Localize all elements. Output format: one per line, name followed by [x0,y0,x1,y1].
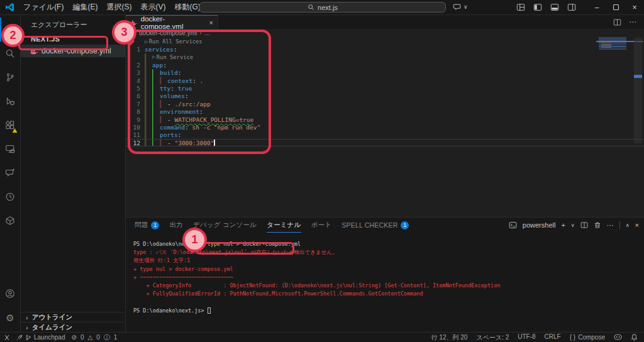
new-terminal-icon[interactable]: + [561,221,565,229]
indent-guide [152,123,160,131]
language-mode-item[interactable]: { } Compose [570,334,605,341]
chat-icon [453,3,462,11]
terminal-line: 発生場所 行:1 文字:1 [133,256,641,265]
file-item-docker-compose[interactable]: docker-compose.yml [21,45,125,57]
menu-item[interactable]: 選択(S) [102,1,136,14]
indent-guide [145,53,152,61]
indent-guide [145,84,152,92]
codelens-label[interactable]: Run All Services [149,38,203,45]
menu-item[interactable]: 編集(E) [68,1,102,14]
menu-item[interactable]: ファイル(F) [19,1,68,14]
terminal-cursor [208,307,211,314]
panel-tab-出力[interactable]: 出力 [169,218,182,233]
tab-close-icon[interactable]: × [209,19,213,26]
activitybar-source-control-icon[interactable] [0,65,21,89]
chevron-right-icon: › [26,314,28,321]
status-item[interactable]: UTF-8 [518,333,535,342]
chevron-right-icon: › [26,324,28,331]
code-line[interactable]: 12- "3000:3000" [126,139,644,146]
explorer-sidebar: エクスプローラー NEXT.JS docker-compose.yml ›アウト… [21,15,126,332]
menu-item[interactable]: 表示(V) [136,1,170,14]
code-line[interactable]: 6volumes: [126,92,644,100]
copilot-chat-button[interactable]: ∨ [453,3,468,11]
code-line[interactable]: 3build: [126,69,644,77]
token: : [174,46,177,53]
sidebar-section-アウトライン[interactable]: ›アウトライン [21,312,125,322]
indent-guide [152,140,160,146]
problems-status-item[interactable]: ⊘0 △0 ⓘ1 [72,333,119,342]
codelens-label[interactable]: Run Service [157,54,193,60]
line-content: command: sh -c "npm run dev" [145,123,260,131]
toggle-secondary-sidebar-icon[interactable] [567,3,576,12]
run-icon[interactable]: ▷ [145,39,148,45]
notifications-bell-icon[interactable] [631,334,638,341]
copilot-status-icon[interactable] [614,334,622,341]
maximize-panel-icon[interactable]: ∧ [626,223,630,228]
code-editor[interactable]: ▷Run All Services1services:▷Run Service2… [126,36,644,217]
activitybar-history-icon[interactable] [0,185,21,209]
activitybar-chat-icon[interactable] [0,161,21,185]
kill-terminal-trash-icon[interactable] [594,221,601,229]
code-line[interactable]: 4context: . [126,77,644,84]
indent-guide [152,100,160,108]
token: environment [160,108,199,115]
editor-more-actions-icon[interactable]: ⋯ [629,18,636,26]
activitybar-containers-icon[interactable] [0,209,21,233]
close-window-button[interactable]: × [625,0,644,14]
close-panel-icon[interactable]: × [635,221,639,229]
code-line[interactable]: 11ports: [126,131,644,139]
status-item[interactable]: CRLF [545,333,561,342]
line-content: tty: true [145,84,192,92]
remote-indicator[interactable] [4,334,10,341]
terminal-output[interactable]: PS D:\odaneko\next.js> type nul > docker… [133,240,641,315]
maximize-button[interactable] [606,0,625,14]
panel-tab-問題[interactable]: 問題1 [135,218,159,233]
token: sh -c "npm run dev" [192,124,261,131]
code-line[interactable]: 8environment: [126,108,644,116]
activitybar-run-debug-icon[interactable] [0,89,21,113]
panel-more-actions-icon[interactable]: ⋯ [607,221,614,229]
customize-layout-icon[interactable] [516,3,525,12]
code-line[interactable]: 2app: [126,61,644,69]
token: true [178,85,192,92]
tab-docker-compose[interactable]: docker-compose.yml × [126,15,218,29]
panel-tab-SPELL CHECKER[interactable]: SPELL CHECKER1 [341,218,409,233]
panel-tab-ターミナル[interactable]: ターミナル [267,218,301,233]
breadcrumb-symbol[interactable]: … [204,30,211,36]
menu-bar: ファイル(F)編集(E)選択(S)表示(V)移動(G)⋯ [19,1,221,14]
editor-scrollbar[interactable] [634,38,642,143]
status-item[interactable]: 行 12、列 20 [431,333,468,342]
minimize-button[interactable]: – [587,0,606,14]
activity-bar: ⚙ [0,15,21,332]
toggle-panel-icon[interactable] [550,3,559,12]
code-line[interactable]: 7- ./src:/app [126,100,644,108]
settings-gear-icon[interactable]: ⚙ [0,306,21,329]
status-item[interactable]: スペース: 2 [476,333,509,342]
code-line[interactable]: 1services: [126,45,644,53]
code-line[interactable]: 5tty: true [126,84,644,92]
panel-tab-ポート[interactable]: ポート [311,218,332,233]
split-terminal-icon[interactable] [580,221,588,229]
code-line[interactable]: 10command: sh -c "npm run dev" [126,123,644,131]
line-content: - WATCHPACK_POLLING=true [145,116,253,123]
activitybar-extensions-icon[interactable] [0,113,21,137]
account-icon[interactable] [0,282,21,306]
indent-guide [145,140,152,146]
search-value: next.js [318,4,338,11]
token: : [178,69,182,76]
line-number: 10 [126,124,145,131]
search-input[interactable]: next.js [199,2,446,13]
launchpad-status-item[interactable]: Launchpad [16,334,65,341]
terminal-dropdown-icon[interactable]: ∨ [571,223,575,228]
sidebar-project-header[interactable]: NEXT.JS [21,33,125,45]
toggle-primary-sidebar-icon[interactable] [533,3,542,12]
sidebar-section-タイムライン[interactable]: ›タイムライン [21,322,125,332]
split-editor-icon[interactable] [613,18,621,26]
activitybar-remote-explorer-icon[interactable] [0,137,21,161]
panel-tab-label: SPELL CHECKER [341,221,397,229]
breadcrumb-file[interactable]: docker-compose.yml [131,30,197,36]
terminal-shell-label[interactable]: powershell [523,221,556,229]
run-icon[interactable]: ▷ [152,54,155,60]
code-line[interactable]: 9- WATCHPACK_POLLING=true [126,116,644,123]
panel-tab-badge: 1 [151,221,159,229]
